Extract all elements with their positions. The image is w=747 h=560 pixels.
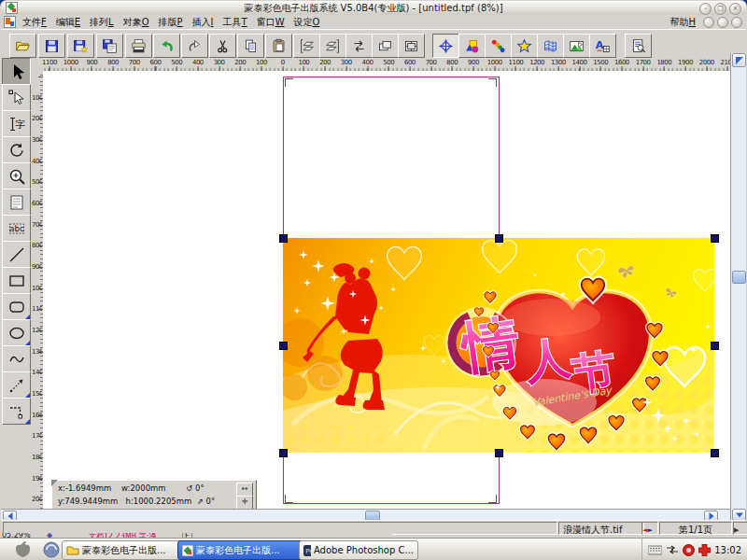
toolbar-save-as-button[interactable]	[67, 34, 94, 58]
toolbar-tile-button[interactable]	[398, 34, 425, 58]
tool-polyline[interactable]	[2, 371, 31, 399]
toolbar-star-button[interactable]	[511, 34, 538, 58]
zoom-icon	[7, 167, 26, 186]
ruler-label: 1700	[32, 432, 42, 440]
toolbar-cut-button[interactable]	[209, 34, 236, 58]
quicklaunch-icon-1[interactable]	[11, 540, 30, 559]
toolbar-place-image-button[interactable]	[563, 34, 590, 58]
tool-text[interactable]: 字	[2, 110, 31, 137]
toolbar-text-block-button[interactable]: A	[589, 34, 616, 58]
panel-grip[interactable]	[51, 480, 58, 486]
red-cross-icon[interactable]	[698, 544, 711, 556]
toolbar-open-button[interactable]	[9, 34, 36, 58]
tool-rounded-rectangle[interactable]	[2, 293, 31, 320]
ellipse-icon	[7, 324, 26, 343]
info-line-2: y:749.9449mm h:1000.2205mm ⇗ 0°	[58, 497, 215, 506]
selection-handle[interactable]	[279, 449, 288, 457]
title-char-2: 人	[521, 330, 574, 388]
menu-item-5[interactable]: 排版P	[154, 17, 188, 27]
menu-item-1[interactable]: 文件F	[18, 17, 51, 27]
selection-handle[interactable]	[279, 234, 288, 243]
ruler-label: 1900	[32, 475, 42, 483]
vscroll-thumb[interactable]	[732, 271, 746, 284]
toolbar-bring-forward-button[interactable]	[293, 34, 320, 58]
toolbar-print-button[interactable]	[125, 34, 152, 58]
canvas[interactable]: 情 人 节 Valentine's Day	[43, 71, 730, 509]
menu-item-6[interactable]: 插入I	[188, 17, 218, 27]
text-icon: 字	[7, 115, 26, 133]
ruler-label: 1000	[63, 59, 78, 66]
menu-item-8[interactable]: 窗口W	[252, 17, 289, 27]
toolbar-paste-button[interactable]	[265, 34, 292, 58]
menu-item-7[interactable]: 工具T	[218, 17, 252, 27]
minimize-button[interactable]: –	[699, 3, 712, 15]
menu-bar: 文件F编辑E排列L对象O排版P插入I工具T窗口W设定O 帮助H	[1, 15, 746, 29]
taskbar-button-1[interactable]: 蒙泰彩色电子出版...	[62, 540, 183, 560]
tool-ellipse[interactable]	[2, 319, 31, 346]
selection-handle[interactable]	[279, 342, 288, 350]
tool-document[interactable]	[2, 189, 31, 216]
network-icon[interactable]	[666, 545, 679, 554]
select-icon	[7, 63, 26, 81]
mdi-restore-button[interactable]	[717, 17, 728, 28]
ruler-label: 400	[192, 59, 204, 66]
panel-button-position[interactable]: ✛	[236, 496, 253, 509]
ruler-label: 1900	[678, 59, 693, 66]
maximize-button[interactable]: □	[714, 3, 726, 15]
toolbar-undo-button[interactable]	[153, 34, 180, 58]
tool-path[interactable]	[2, 398, 31, 425]
tool-curve[interactable]	[2, 345, 31, 372]
toolbar-move-anchor-button[interactable]	[432, 34, 459, 58]
tool-direct-select[interactable]	[2, 84, 31, 111]
status-file-button[interactable]: ◄►	[641, 522, 658, 535]
tool-text-abc[interactable]: abc	[2, 215, 31, 242]
mdi-minimize-button[interactable]	[703, 17, 714, 28]
selection-handle[interactable]	[711, 449, 719, 457]
menu-item-2[interactable]: 编辑E	[51, 17, 85, 27]
selection-handle[interactable]	[711, 234, 719, 243]
ruler-label: 1300	[551, 59, 566, 66]
toolbar-colors-button[interactable]	[485, 34, 512, 58]
quicklaunch-icon-2[interactable]	[43, 541, 60, 558]
panel-button-size[interactable]: ↔	[236, 483, 253, 497]
mdi-close-button[interactable]	[731, 17, 742, 28]
ruler-label: 1100	[32, 305, 42, 313]
ruler-label: 600	[404, 59, 416, 66]
selection-handle[interactable]	[495, 234, 503, 243]
taskbar-button-3[interactable]: PsAdobe Photoshop C...	[299, 540, 418, 560]
toolbar-redo-button[interactable]	[181, 34, 208, 58]
toolbar-save-all-button[interactable]	[96, 34, 123, 58]
toolbar-swap-button[interactable]	[345, 34, 373, 58]
toolbar-cascade-button[interactable]	[372, 34, 399, 58]
mesh-icon	[543, 38, 558, 54]
tool-rotate[interactable]	[2, 136, 31, 163]
tool-select[interactable]	[2, 58, 31, 85]
tool-zoom[interactable]	[2, 162, 31, 189]
line-icon	[7, 245, 26, 264]
toolbar-mesh-button[interactable]	[537, 34, 564, 58]
toolbar-shapes-button[interactable]	[458, 34, 486, 58]
status-page-button[interactable]: ▶	[733, 522, 747, 535]
title-bar[interactable]: 蒙泰彩色电子出版系统 V5.0B4(专业版) - [untitled.tpf (…	[1, 1, 746, 15]
toolbar-save-button[interactable]	[38, 34, 65, 58]
placed-image-valentine[interactable]: 情 人 节 Valentine's Day	[283, 238, 714, 453]
toolbar-copy-button[interactable]	[237, 34, 264, 58]
ruler-origin-button[interactable]	[732, 53, 746, 67]
toolbar-print-preview-button[interactable]	[625, 34, 652, 58]
toolbar-send-backward-button[interactable]	[319, 34, 346, 58]
ruler-label: 300	[32, 136, 42, 144]
menu-item-9[interactable]: 设定O	[289, 17, 325, 27]
taskbar-button-2[interactable]: 蒙泰彩色电子出版...	[177, 540, 304, 560]
vertical-scrollbar[interactable]	[730, 53, 746, 520]
keyboard-icon[interactable]	[648, 545, 662, 555]
selection-handle[interactable]	[711, 342, 719, 350]
close-button[interactable]: ×	[729, 3, 741, 15]
menu-item-4[interactable]: 对象O	[119, 17, 154, 27]
window-title: 蒙泰彩色电子出版系统 V5.0B4(专业版) - [untitled.tpf (…	[1, 2, 746, 15]
antivirus-icon[interactable]	[683, 544, 695, 556]
tool-rectangle[interactable]	[2, 267, 31, 294]
tool-line[interactable]	[2, 241, 31, 268]
menu-help[interactable]: 帮助H	[665, 16, 700, 29]
menu-item-3[interactable]: 排列L	[85, 17, 119, 27]
selection-handle[interactable]	[495, 449, 503, 457]
